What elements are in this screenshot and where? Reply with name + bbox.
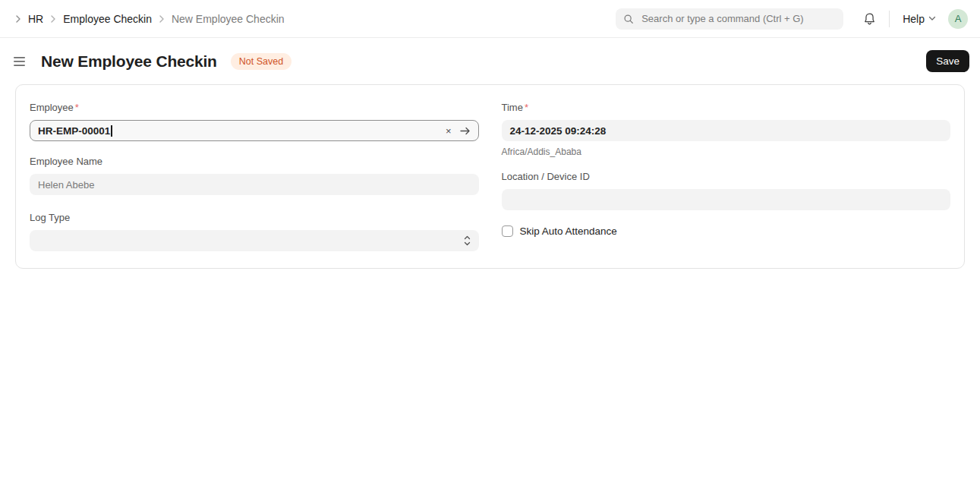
- search-input[interactable]: [640, 12, 836, 25]
- log-type-select[interactable]: [30, 230, 479, 251]
- sidebar-expand-icon[interactable]: [15, 14, 21, 24]
- time-input[interactable]: 24-12-2025 09:24:28: [502, 120, 951, 141]
- link-field-actions: ×: [446, 126, 471, 136]
- save-button[interactable]: Save: [926, 50, 969, 72]
- chevron-down-icon: [928, 16, 936, 21]
- location-input[interactable]: [502, 189, 951, 210]
- employee-name-value: Helen Abebe: [38, 179, 94, 191]
- chevron-right-icon: [50, 14, 56, 24]
- timezone-description: Africa/Addis_Ababa: [502, 147, 951, 157]
- top-navbar: HR Employee Checkin New Employee Checkin: [0, 0, 980, 38]
- field-location: Location / Device ID: [502, 171, 951, 210]
- breadcrumb-item-employee-checkin[interactable]: Employee Checkin: [63, 13, 152, 25]
- required-asterisk: *: [525, 102, 528, 113]
- employee-name-input: Helen Abebe: [30, 174, 479, 195]
- checkbox-icon: [502, 225, 513, 237]
- avatar[interactable]: A: [948, 9, 968, 29]
- status-badge: Not Saved: [231, 53, 291, 70]
- text-cursor: [111, 125, 112, 137]
- notifications-button[interactable]: [863, 12, 876, 26]
- field-label-text: Time: [502, 102, 523, 113]
- hamburger-icon: [14, 56, 26, 67]
- breadcrumb-current-page[interactable]: New Employee Checkin: [172, 13, 285, 25]
- field-label-log-type: Log Type: [30, 212, 479, 223]
- avatar-letter: A: [955, 13, 962, 24]
- select-chevrons-icon: [464, 235, 471, 246]
- field-time: Time* 24-12-2025 09:24:28 Africa/Addis_A…: [502, 102, 951, 157]
- page-header: New Employee Checkin Not Saved Save: [0, 38, 980, 83]
- field-employee: Employee* HR-EMP-00001 ×: [30, 102, 479, 141]
- field-label-employee-name: Employee Name: [30, 156, 479, 167]
- follow-link-icon[interactable]: [460, 127, 471, 135]
- form-card: Employee* HR-EMP-00001 × Employee Name H…: [15, 84, 965, 269]
- field-label-location: Location / Device ID: [502, 171, 951, 182]
- bell-icon: [863, 12, 876, 26]
- skip-auto-attendance-checkbox[interactable]: Skip Auto Attendance: [502, 225, 951, 237]
- field-log-type: Log Type: [30, 212, 479, 251]
- field-employee-name: Employee Name Helen Abebe: [30, 156, 479, 195]
- page-title: New Employee Checkin: [41, 52, 217, 71]
- employee-input[interactable]: HR-EMP-00001 ×: [30, 120, 479, 141]
- menu-button[interactable]: [14, 56, 26, 67]
- help-label: Help: [903, 13, 925, 25]
- search-icon: [623, 14, 634, 24]
- field-label-employee: Employee*: [30, 102, 479, 113]
- chevron-right-icon: [159, 14, 165, 24]
- form-column-right: Time* 24-12-2025 09:24:28 Africa/Addis_A…: [502, 102, 951, 251]
- employee-value: HR-EMP-00001: [38, 125, 110, 137]
- breadcrumb: HR Employee Checkin New Employee Checkin: [15, 13, 285, 25]
- field-label-text: Employee: [30, 102, 74, 113]
- form-column-left: Employee* HR-EMP-00001 × Employee Name H…: [30, 102, 479, 251]
- required-asterisk: *: [75, 102, 79, 113]
- global-search[interactable]: [616, 8, 843, 30]
- navbar-actions: Help A: [616, 8, 968, 30]
- breadcrumb-item-hr[interactable]: HR: [28, 13, 43, 25]
- time-value: 24-12-2025 09:24:28: [510, 125, 607, 137]
- clear-icon[interactable]: ×: [446, 126, 452, 136]
- skip-auto-attendance-label: Skip Auto Attendance: [520, 225, 617, 237]
- help-menu[interactable]: Help: [903, 13, 936, 25]
- navbar-divider: [889, 11, 890, 27]
- field-label-time: Time*: [502, 102, 951, 113]
